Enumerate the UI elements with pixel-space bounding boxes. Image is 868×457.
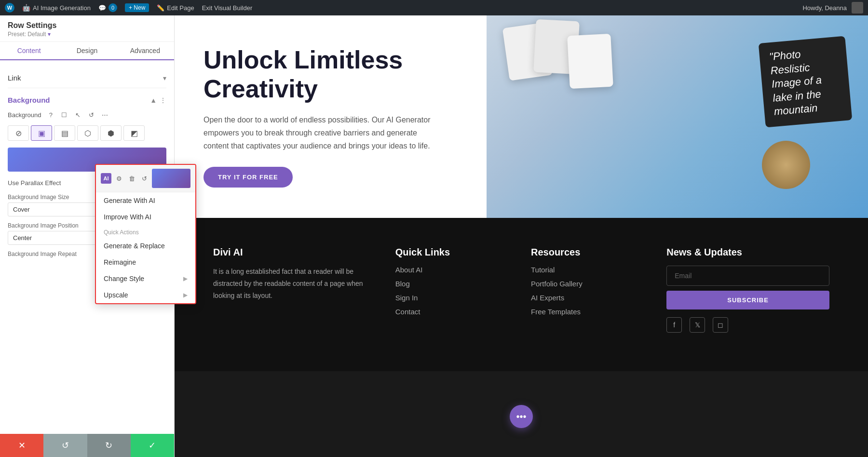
- footer-col-quick-links: Quick Links About AI Blog Sign In Contac…: [395, 247, 512, 333]
- wp-icon: W: [5, 3, 14, 13]
- admin-bar: W 🤖 AI Image Generation 💬 0 + New ✏️ Edi…: [0, 0, 868, 15]
- reset-ctx-icon[interactable]: ↺: [139, 174, 149, 183]
- background-title: Background: [8, 96, 50, 104]
- footer-link-contact[interactable]: Contact: [395, 308, 512, 316]
- edit-page-button[interactable]: ✏️ Edit Page: [157, 4, 194, 12]
- more-icon[interactable]: ⋯: [99, 109, 110, 121]
- footer-link-free-templates[interactable]: Free Templates: [531, 308, 647, 316]
- quick-actions-label: Quick Actions: [96, 225, 195, 238]
- parallax-label: Use Parallax Effect: [8, 179, 61, 187]
- bottom-bar: ✕ ↺ ↻ ✓: [0, 434, 174, 457]
- hero-circle-decoration: [762, 141, 810, 189]
- footer-col-news: News & Updates SUBSCRIBE f 𝕏 ◻: [666, 247, 829, 333]
- email-input[interactable]: [666, 266, 829, 286]
- footer-col-divi-ai: Divi AI It is a long established fact th…: [213, 247, 376, 333]
- hero-description: Open the door to a world of endless poss…: [203, 113, 435, 153]
- bg-gradient-btn[interactable]: ▤: [54, 125, 75, 141]
- background-controls: ▲ ⋮: [150, 96, 166, 104]
- redo-button[interactable]: ↻: [87, 434, 131, 457]
- hero-title: Unlock Limitless Creativity: [203, 46, 445, 104]
- hero-cta-button[interactable]: TRY IT FOR FREE: [203, 167, 293, 188]
- footer-link-tutorial[interactable]: Tutorial: [531, 266, 647, 274]
- collapse-icon[interactable]: ▲: [150, 96, 157, 104]
- tab-content[interactable]: Content: [0, 42, 58, 60]
- gear-icon[interactable]: ⚙: [114, 174, 124, 183]
- footer-link-ai-experts[interactable]: AI Experts: [531, 294, 647, 302]
- footer-title-resources: Resources: [531, 247, 647, 258]
- footer-title-news: News & Updates: [666, 247, 829, 258]
- footer-col-resources: Resources Tutorial Portfolio Gallery AI …: [531, 247, 647, 333]
- footer-desc-divi-ai: It is a long established fact that a rea…: [213, 266, 376, 302]
- bg-none-btn[interactable]: ⊘: [8, 125, 29, 141]
- comment-count-area[interactable]: 💬 0: [98, 3, 117, 12]
- background-field-label: Background: [8, 111, 41, 119]
- panel-header: Row Settings Preset: Default ▾: [0, 15, 174, 42]
- tab-design[interactable]: Design: [58, 42, 116, 59]
- main-layout: Row Settings Preset: Default ▾ Content D…: [0, 15, 868, 457]
- save-button[interactable]: ✓: [131, 434, 174, 457]
- background-section-header: Background ▲ ⋮: [8, 96, 166, 104]
- twitter-icon[interactable]: 𝕏: [690, 317, 705, 333]
- subscribe-button[interactable]: SUBSCRIBE: [666, 291, 829, 309]
- user-avatar: [852, 2, 863, 13]
- social-links: f 𝕏 ◻: [666, 317, 829, 333]
- deco-card-3: [567, 34, 613, 89]
- hero-background-image: "Photo Reslistic Image of a lake in the …: [487, 15, 868, 218]
- hero-overlay-card: "Photo Reslistic Image of a lake in the …: [759, 36, 853, 127]
- fab-button[interactable]: •••: [510, 405, 533, 428]
- link-section[interactable]: Link ▾: [8, 68, 166, 88]
- footer-title-quick-links: Quick Links: [395, 247, 512, 258]
- change-style-item[interactable]: Change Style ▶: [96, 270, 195, 287]
- wp-logo[interactable]: W: [5, 3, 14, 13]
- footer-title-divi-ai: Divi AI: [213, 247, 376, 258]
- hero-content: Unlock Limitless Creativity Open the doo…: [175, 15, 474, 218]
- generate-with-ai-item[interactable]: Generate With AI: [96, 192, 195, 209]
- bg-image-btn[interactable]: ▣: [31, 125, 52, 141]
- background-field-controls: Background ? ☐ ↖ ↺ ⋯: [8, 109, 166, 121]
- panel-title: Row Settings: [8, 21, 166, 30]
- arrow-icon[interactable]: ↖: [72, 109, 83, 121]
- trash-icon[interactable]: 🗑: [127, 174, 136, 183]
- more-options-icon[interactable]: ⋮: [160, 96, 166, 104]
- link-label: Link: [8, 74, 21, 82]
- admin-bar-right: Howdy, Deanna: [802, 2, 863, 13]
- reimagine-item[interactable]: Reimagine: [96, 254, 195, 270]
- tab-advanced[interactable]: Advanced: [116, 42, 174, 59]
- footer-link-blog[interactable]: Blog: [395, 280, 512, 288]
- panel-preset[interactable]: Preset: Default ▾: [8, 31, 166, 38]
- upscale-item[interactable]: Upscale ▶: [96, 287, 195, 303]
- footer-link-sign-in[interactable]: Sign In: [395, 294, 512, 302]
- bg-video-btn[interactable]: ⬡: [77, 125, 98, 141]
- new-button[interactable]: + New: [125, 3, 149, 12]
- bg-pattern-btn[interactable]: ⬢: [100, 125, 122, 141]
- instagram-icon[interactable]: ◻: [713, 317, 728, 333]
- context-menu-header: AI ⚙ 🗑 ↺: [96, 165, 195, 192]
- plugin-name[interactable]: 🤖 AI Image Generation: [22, 4, 91, 12]
- hero-section: Unlock Limitless Creativity Open the doo…: [175, 15, 868, 218]
- fab-icon: •••: [516, 411, 526, 422]
- footer-link-about-ai[interactable]: About AI: [395, 266, 512, 274]
- improve-with-ai-item[interactable]: Improve With AI: [96, 209, 195, 225]
- generate-replace-item[interactable]: Generate & Replace: [96, 238, 195, 254]
- background-type-row: ⊘ ▣ ▤ ⬡ ⬢ ◩: [8, 125, 166, 141]
- facebook-icon[interactable]: f: [666, 317, 682, 333]
- reset-icon[interactable]: ↺: [85, 109, 97, 121]
- howdy-user[interactable]: Howdy, Deanna: [802, 4, 847, 12]
- exit-builder-button[interactable]: Exit Visual Builder: [202, 4, 253, 12]
- comment-count: 0: [108, 3, 117, 12]
- cancel-button[interactable]: ✕: [0, 434, 43, 457]
- footer-grid: Divi AI It is a long established fact th…: [213, 247, 829, 333]
- undo-button[interactable]: ↺: [43, 434, 87, 457]
- footer: Divi AI It is a long established fact th…: [175, 218, 868, 371]
- upscale-arrow-icon: ▶: [183, 292, 188, 298]
- right-panel: Unlock Limitless Creativity Open the doo…: [175, 15, 868, 457]
- ai-menu-icon: AI: [101, 173, 111, 184]
- footer-link-portfolio[interactable]: Portfolio Gallery: [531, 280, 647, 288]
- bg-mask-btn[interactable]: ◩: [123, 125, 145, 141]
- help-icon[interactable]: ?: [45, 109, 56, 121]
- panel-tabs: Content Design Advanced: [0, 42, 174, 60]
- copy-icon[interactable]: ☐: [58, 109, 70, 121]
- link-arrow-icon: ▾: [163, 74, 166, 82]
- ctx-img-preview: [152, 169, 190, 188]
- change-style-arrow-icon: ▶: [183, 275, 188, 282]
